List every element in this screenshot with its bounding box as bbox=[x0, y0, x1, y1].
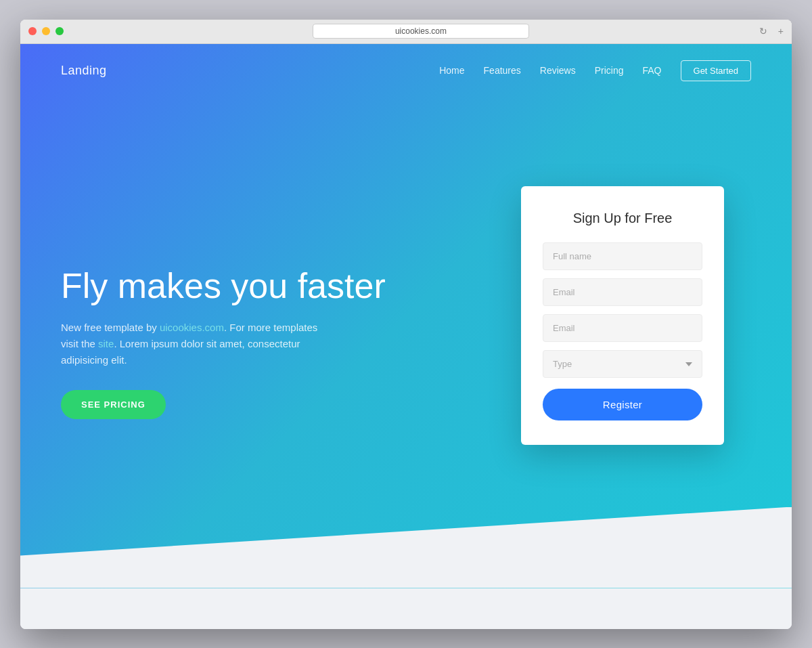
signup-title: Sign Up for Free bbox=[543, 211, 702, 226]
uicookies-link[interactable]: uicookies.com bbox=[160, 322, 224, 333]
page-content: Landing Home Features Reviews Pricing FA… bbox=[20, 44, 792, 629]
browser-dot-yellow[interactable] bbox=[42, 27, 50, 35]
see-pricing-button[interactable]: SEE PRICING bbox=[61, 390, 166, 419]
hero-body: Fly makes you faster New free template b… bbox=[20, 98, 792, 588]
hero-description: New free template by uicookies.com. For … bbox=[61, 320, 318, 368]
url-text: uicookies.com bbox=[395, 26, 447, 36]
hero-right: Sign Up for Free Type Option 1 Option 2 … bbox=[386, 186, 751, 499]
get-started-button[interactable]: Get Started bbox=[681, 60, 751, 81]
hero-left: Fly makes you faster New free template b… bbox=[61, 266, 386, 420]
hero-title: Fly makes you faster bbox=[61, 266, 386, 307]
hero-section: Landing Home Features Reviews Pricing FA… bbox=[20, 44, 792, 588]
email-input[interactable] bbox=[543, 278, 702, 306]
nav-links: Home Features Reviews Pricing FAQ Get St… bbox=[439, 60, 751, 81]
nav-link-home[interactable]: Home bbox=[439, 65, 464, 76]
signup-card: Sign Up for Free Type Option 1 Option 2 … bbox=[521, 186, 724, 445]
address-bar[interactable]: uicookies.com bbox=[313, 24, 529, 39]
browser-chrome: uicookies.com ↻ + bbox=[20, 20, 792, 44]
site-link[interactable]: site bbox=[98, 338, 114, 349]
confirm-email-input[interactable] bbox=[543, 314, 702, 342]
nav-link-features[interactable]: Features bbox=[484, 65, 521, 76]
bottom-band bbox=[20, 588, 792, 629]
navbar: Landing Home Features Reviews Pricing FA… bbox=[20, 44, 792, 98]
nav-link-faq[interactable]: FAQ bbox=[643, 65, 662, 76]
refresh-icon[interactable]: ↻ bbox=[759, 26, 767, 37]
expand-icon[interactable]: + bbox=[778, 26, 784, 37]
nav-logo: Landing bbox=[61, 64, 107, 78]
browser-dot-green[interactable] bbox=[55, 27, 64, 35]
type-select[interactable]: Type Option 1 Option 2 Option 3 bbox=[543, 350, 702, 378]
nav-link-pricing[interactable]: Pricing bbox=[595, 65, 624, 76]
register-button[interactable]: Register bbox=[543, 389, 702, 420]
browser-window: uicookies.com ↻ + Landing Home Features … bbox=[20, 20, 792, 629]
nav-link-reviews[interactable]: Reviews bbox=[540, 65, 576, 76]
browser-addressbar: uicookies.com ↻ bbox=[69, 24, 773, 39]
fullname-input[interactable] bbox=[543, 242, 702, 270]
browser-dot-red[interactable] bbox=[28, 27, 37, 35]
